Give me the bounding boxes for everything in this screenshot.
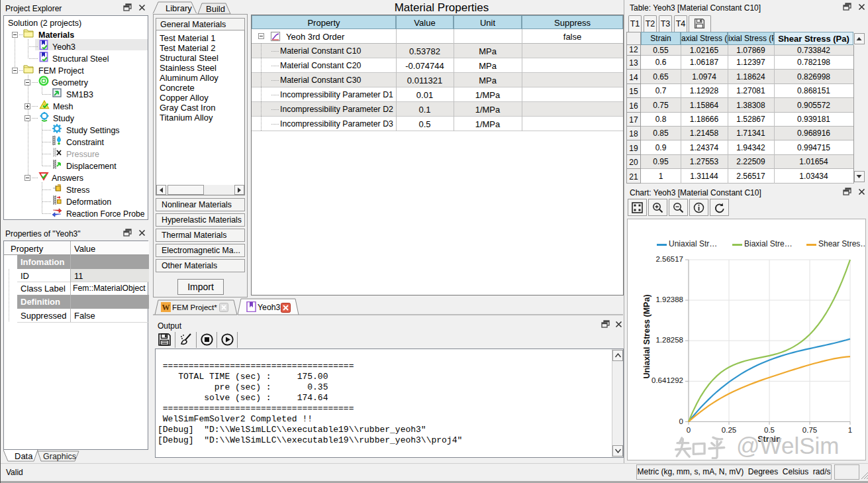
svg-text:W: W: [162, 303, 170, 312]
